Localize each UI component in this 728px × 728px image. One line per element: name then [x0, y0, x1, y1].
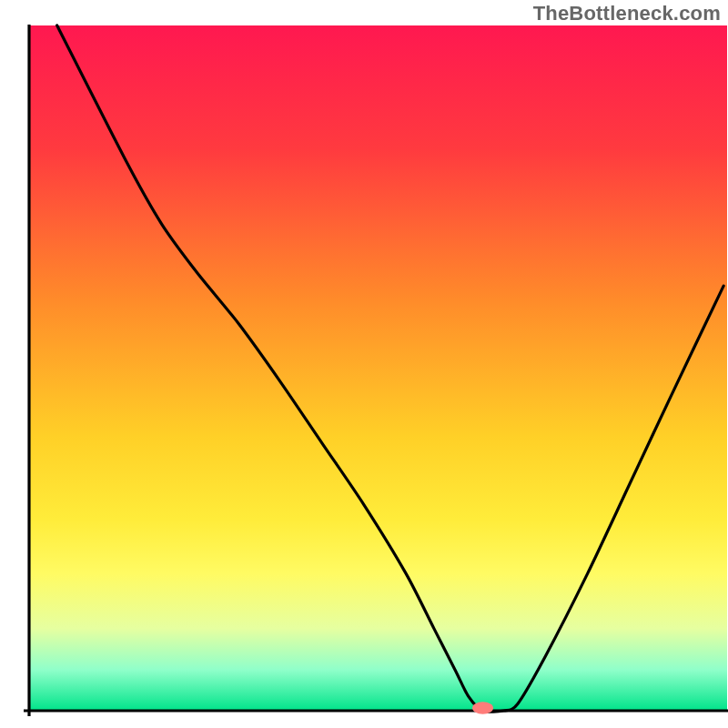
chart-svg — [0, 0, 728, 728]
watermark-text: TheBottleneck.com — [533, 2, 721, 25]
bottleneck-chart: TheBottleneck.com — [0, 0, 728, 728]
chart-background — [29, 25, 727, 711]
optimal-point-marker — [472, 702, 493, 714]
